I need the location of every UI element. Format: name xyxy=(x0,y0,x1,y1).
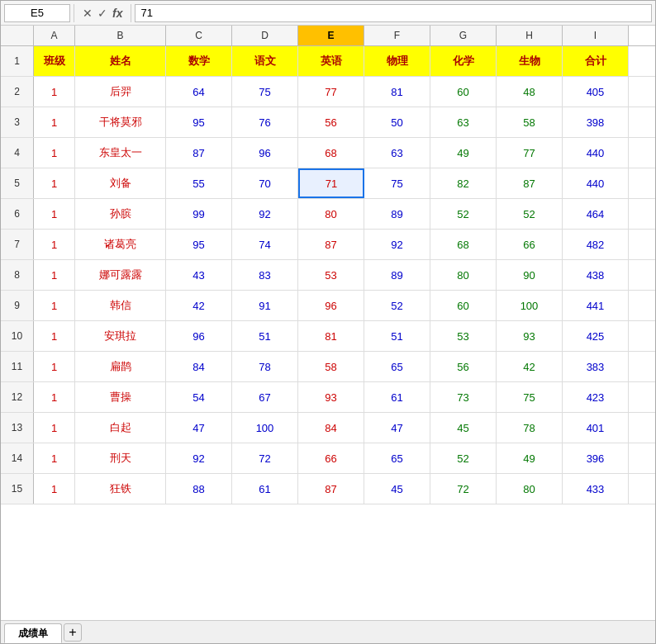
cell-I3[interactable]: 398 xyxy=(563,107,629,137)
cell-I1[interactable]: 合计 xyxy=(563,46,629,76)
cell-E13[interactable]: 84 xyxy=(298,413,364,443)
cell-D14[interactable]: 72 xyxy=(232,443,298,473)
cell-A12[interactable]: 1 xyxy=(34,382,75,412)
cell-G8[interactable]: 80 xyxy=(430,260,497,290)
cell-G4[interactable]: 49 xyxy=(430,138,497,168)
cell-C14[interactable]: 92 xyxy=(166,443,232,473)
cell-A6[interactable]: 1 xyxy=(34,199,75,229)
cell-D12[interactable]: 67 xyxy=(232,382,298,412)
add-sheet-button[interactable]: + xyxy=(64,623,82,642)
col-header-D[interactable]: D xyxy=(232,26,298,45)
cell-B4[interactable]: 东皇太一 xyxy=(75,138,166,168)
cell-I8[interactable]: 438 xyxy=(563,260,629,290)
cell-C3[interactable]: 95 xyxy=(166,107,232,137)
cell-B1[interactable]: 姓名 xyxy=(75,46,166,76)
col-header-C[interactable]: C xyxy=(166,26,232,45)
cell-C9[interactable]: 42 xyxy=(166,291,232,320)
cell-I15[interactable]: 433 xyxy=(563,474,629,504)
cell-F14[interactable]: 65 xyxy=(364,443,430,473)
cell-G15[interactable]: 72 xyxy=(430,474,497,504)
cell-E8[interactable]: 53 xyxy=(298,260,364,290)
cell-C10[interactable]: 96 xyxy=(166,321,232,351)
cell-H9[interactable]: 100 xyxy=(497,291,563,320)
cell-D13[interactable]: 100 xyxy=(232,413,298,443)
cell-I9[interactable]: 441 xyxy=(563,291,629,320)
cell-F2[interactable]: 81 xyxy=(364,77,430,107)
cell-G7[interactable]: 68 xyxy=(430,230,497,259)
sheet-tab-scores[interactable]: 成绩单 xyxy=(4,623,62,643)
cell-C4[interactable]: 87 xyxy=(166,138,232,168)
cell-A13[interactable]: 1 xyxy=(34,413,75,443)
cell-B10[interactable]: 安琪拉 xyxy=(75,321,166,351)
cell-H8[interactable]: 90 xyxy=(497,260,563,290)
cell-D1[interactable]: 语文 xyxy=(232,46,298,76)
cell-E14[interactable]: 66 xyxy=(298,443,364,473)
cell-B12[interactable]: 曹操 xyxy=(75,382,166,412)
formula-input[interactable] xyxy=(135,4,652,22)
cell-I11[interactable]: 383 xyxy=(563,352,629,381)
cell-B6[interactable]: 孙膑 xyxy=(75,199,166,229)
cell-G10[interactable]: 53 xyxy=(430,321,497,351)
cell-A14[interactable]: 1 xyxy=(34,443,75,473)
cell-B11[interactable]: 扁鹊 xyxy=(75,352,166,381)
cell-F8[interactable]: 89 xyxy=(364,260,430,290)
cell-I4[interactable]: 440 xyxy=(563,138,629,168)
cell-E3[interactable]: 56 xyxy=(298,107,364,137)
cell-D8[interactable]: 83 xyxy=(232,260,298,290)
cell-A2[interactable]: 1 xyxy=(34,77,75,107)
cell-G11[interactable]: 56 xyxy=(430,352,497,381)
cell-I6[interactable]: 464 xyxy=(563,199,629,229)
cell-F6[interactable]: 89 xyxy=(364,199,430,229)
cell-A3[interactable]: 1 xyxy=(34,107,75,137)
cell-B8[interactable]: 娜可露露 xyxy=(75,260,166,290)
cell-D4[interactable]: 96 xyxy=(232,138,298,168)
cell-E2[interactable]: 77 xyxy=(298,77,364,107)
cell-H4[interactable]: 77 xyxy=(497,138,563,168)
cell-H11[interactable]: 42 xyxy=(497,352,563,381)
cell-E5[interactable]: 71 xyxy=(298,168,364,198)
cell-C1[interactable]: 数学 xyxy=(166,46,232,76)
cell-E6[interactable]: 80 xyxy=(298,199,364,229)
cell-H12[interactable]: 75 xyxy=(497,382,563,412)
col-header-G[interactable]: G xyxy=(430,26,497,45)
cell-C12[interactable]: 54 xyxy=(166,382,232,412)
cell-C6[interactable]: 99 xyxy=(166,199,232,229)
cell-H5[interactable]: 87 xyxy=(497,168,563,198)
cell-E1[interactable]: 英语 xyxy=(298,46,364,76)
cell-E4[interactable]: 68 xyxy=(298,138,364,168)
cell-E10[interactable]: 81 xyxy=(298,321,364,351)
cell-H1[interactable]: 生物 xyxy=(497,46,563,76)
cell-B2[interactable]: 后羿 xyxy=(75,77,166,107)
cell-A10[interactable]: 1 xyxy=(34,321,75,351)
cell-H6[interactable]: 52 xyxy=(497,199,563,229)
cell-I2[interactable]: 405 xyxy=(563,77,629,107)
cell-F5[interactable]: 75 xyxy=(364,168,430,198)
cell-B15[interactable]: 狂铁 xyxy=(75,474,166,504)
cell-G12[interactable]: 73 xyxy=(430,382,497,412)
cell-B3[interactable]: 干将莫邪 xyxy=(75,107,166,137)
cell-F10[interactable]: 51 xyxy=(364,321,430,351)
cell-G9[interactable]: 60 xyxy=(430,291,497,320)
cell-G6[interactable]: 52 xyxy=(430,199,497,229)
cell-F3[interactable]: 50 xyxy=(364,107,430,137)
cell-reference-box[interactable]: E5 xyxy=(4,4,70,22)
cell-I13[interactable]: 401 xyxy=(563,413,629,443)
cell-F13[interactable]: 47 xyxy=(364,413,430,443)
cell-E9[interactable]: 96 xyxy=(298,291,364,320)
cell-D3[interactable]: 76 xyxy=(232,107,298,137)
cell-F12[interactable]: 61 xyxy=(364,382,430,412)
cell-E12[interactable]: 93 xyxy=(298,382,364,412)
cell-I10[interactable]: 425 xyxy=(563,321,629,351)
cell-D9[interactable]: 91 xyxy=(232,291,298,320)
cell-A7[interactable]: 1 xyxy=(34,230,75,259)
col-header-I[interactable]: I xyxy=(563,26,629,45)
cell-E15[interactable]: 87 xyxy=(298,474,364,504)
cell-F4[interactable]: 63 xyxy=(364,138,430,168)
cell-F15[interactable]: 45 xyxy=(364,474,430,504)
cell-H10[interactable]: 93 xyxy=(497,321,563,351)
col-header-F[interactable]: F xyxy=(364,26,430,45)
cell-C13[interactable]: 47 xyxy=(166,413,232,443)
cell-E7[interactable]: 87 xyxy=(298,230,364,259)
cell-C2[interactable]: 64 xyxy=(166,77,232,107)
cell-E11[interactable]: 58 xyxy=(298,352,364,381)
